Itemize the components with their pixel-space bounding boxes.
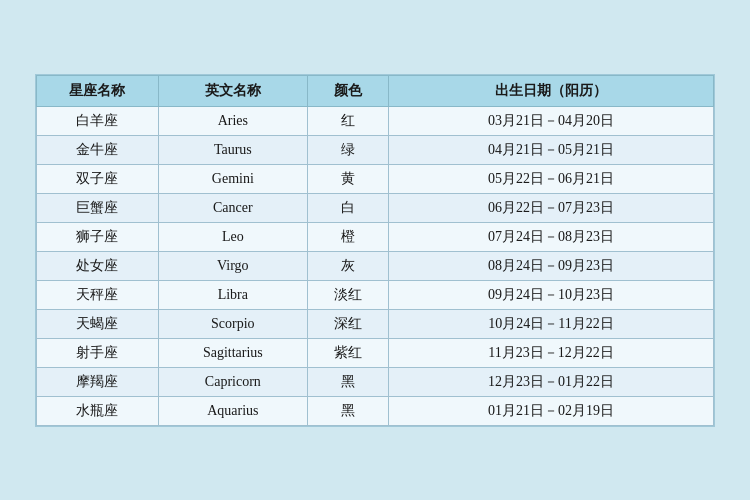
cell-en-6: Libra: [158, 280, 307, 309]
table-header-row: 星座名称 英文名称 颜色 出生日期（阳历）: [37, 75, 714, 106]
cell-zh-4: 狮子座: [37, 222, 159, 251]
table-row: 射手座Sagittarius紫红11月23日－12月22日: [37, 338, 714, 367]
table-row: 狮子座Leo橙07月24日－08月23日: [37, 222, 714, 251]
cell-date-6: 09月24日－10月23日: [389, 280, 714, 309]
header-date: 出生日期（阳历）: [389, 75, 714, 106]
cell-color-8: 紫红: [307, 338, 388, 367]
cell-color-5: 灰: [307, 251, 388, 280]
zodiac-table-container: 星座名称 英文名称 颜色 出生日期（阳历） 白羊座Aries红03月21日－04…: [35, 74, 715, 427]
cell-date-2: 05月22日－06月21日: [389, 164, 714, 193]
header-zh-name: 星座名称: [37, 75, 159, 106]
table-row: 巨蟹座Cancer白06月22日－07月23日: [37, 193, 714, 222]
table-row: 白羊座Aries红03月21日－04月20日: [37, 106, 714, 135]
cell-color-4: 橙: [307, 222, 388, 251]
table-row: 天蝎座Scorpio深红10月24日－11月22日: [37, 309, 714, 338]
cell-date-1: 04月21日－05月21日: [389, 135, 714, 164]
cell-en-8: Sagittarius: [158, 338, 307, 367]
cell-date-4: 07月24日－08月23日: [389, 222, 714, 251]
header-color: 颜色: [307, 75, 388, 106]
cell-zh-10: 水瓶座: [37, 396, 159, 425]
table-row: 水瓶座Aquarius黑01月21日－02月19日: [37, 396, 714, 425]
cell-date-5: 08月24日－09月23日: [389, 251, 714, 280]
cell-zh-5: 处女座: [37, 251, 159, 280]
cell-color-6: 淡红: [307, 280, 388, 309]
cell-zh-9: 摩羯座: [37, 367, 159, 396]
table-row: 金牛座Taurus绿04月21日－05月21日: [37, 135, 714, 164]
cell-en-2: Gemini: [158, 164, 307, 193]
table-body: 白羊座Aries红03月21日－04月20日金牛座Taurus绿04月21日－0…: [37, 106, 714, 425]
cell-en-10: Aquarius: [158, 396, 307, 425]
cell-color-2: 黄: [307, 164, 388, 193]
table-row: 处女座Virgo灰08月24日－09月23日: [37, 251, 714, 280]
cell-date-7: 10月24日－11月22日: [389, 309, 714, 338]
cell-en-1: Taurus: [158, 135, 307, 164]
cell-en-3: Cancer: [158, 193, 307, 222]
cell-color-0: 红: [307, 106, 388, 135]
cell-zh-6: 天秤座: [37, 280, 159, 309]
cell-color-1: 绿: [307, 135, 388, 164]
cell-en-7: Scorpio: [158, 309, 307, 338]
cell-color-7: 深红: [307, 309, 388, 338]
table-row: 摩羯座Capricorn黑12月23日－01月22日: [37, 367, 714, 396]
cell-zh-2: 双子座: [37, 164, 159, 193]
cell-date-10: 01月21日－02月19日: [389, 396, 714, 425]
cell-en-0: Aries: [158, 106, 307, 135]
cell-zh-7: 天蝎座: [37, 309, 159, 338]
header-en-name: 英文名称: [158, 75, 307, 106]
cell-zh-3: 巨蟹座: [37, 193, 159, 222]
cell-date-9: 12月23日－01月22日: [389, 367, 714, 396]
cell-zh-8: 射手座: [37, 338, 159, 367]
cell-en-4: Leo: [158, 222, 307, 251]
cell-zh-0: 白羊座: [37, 106, 159, 135]
table-row: 双子座Gemini黄05月22日－06月21日: [37, 164, 714, 193]
cell-en-9: Capricorn: [158, 367, 307, 396]
cell-zh-1: 金牛座: [37, 135, 159, 164]
cell-en-5: Virgo: [158, 251, 307, 280]
cell-color-9: 黑: [307, 367, 388, 396]
table-row: 天秤座Libra淡红09月24日－10月23日: [37, 280, 714, 309]
zodiac-table: 星座名称 英文名称 颜色 出生日期（阳历） 白羊座Aries红03月21日－04…: [36, 75, 714, 426]
cell-color-10: 黑: [307, 396, 388, 425]
cell-date-0: 03月21日－04月20日: [389, 106, 714, 135]
cell-date-8: 11月23日－12月22日: [389, 338, 714, 367]
cell-date-3: 06月22日－07月23日: [389, 193, 714, 222]
cell-color-3: 白: [307, 193, 388, 222]
